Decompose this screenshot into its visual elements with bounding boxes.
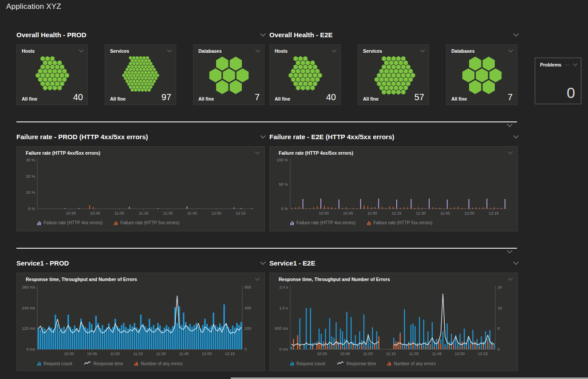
- section-title: Failure rate - E2E (HTTP 4xx/5xx errors): [269, 133, 395, 141]
- health-tile-services-prod[interactable]: Services All fine97: [105, 44, 176, 105]
- chevron-down-icon[interactable]: [507, 121, 513, 127]
- svg-text:11:45: 11:45: [432, 352, 442, 356]
- chevron-down-icon[interactable]: [167, 47, 172, 52]
- problems-tile[interactable]: Problems 0: [535, 58, 581, 104]
- chevron-down-icon[interactable]: [507, 248, 513, 254]
- svg-text:11:45: 11:45: [187, 211, 197, 215]
- legend-item-errors[interactable]: Number of any errors: [134, 361, 182, 366]
- svg-text:120 ms: 120 ms: [22, 326, 35, 331]
- legend-item-request-count[interactable]: Request count: [290, 361, 325, 366]
- chevron-down-icon[interactable]: [513, 133, 519, 139]
- legend-label: Request count: [43, 361, 72, 366]
- honeycomb-chart: [196, 54, 262, 97]
- chevron-down-icon[interactable]: [255, 47, 260, 52]
- health-tile-databases-e2e[interactable]: Databases All fine7: [446, 44, 517, 105]
- svg-text:30 %: 30 %: [26, 158, 35, 162]
- svg-text:11:00: 11:00: [114, 211, 124, 215]
- svg-text:50 %: 50 %: [279, 182, 288, 187]
- line-chart-icon: [84, 361, 91, 366]
- legend-item-response-time[interactable]: Response time: [84, 361, 123, 366]
- svg-text:10:45: 10:45: [343, 211, 353, 215]
- tile-title: Hosts: [275, 48, 288, 54]
- chevron-down-icon[interactable]: [260, 133, 266, 139]
- service-metrics-chart[interactable]: 360 ms240 ms120 ms0 ms600400200010:3010:…: [17, 282, 258, 358]
- failure-rate-chart[interactable]: 30 %20 %10 %0 %10:3010:4511:0011:1511:30…: [17, 156, 258, 218]
- health-tile-databases-prod[interactable]: Databases All fine7: [193, 44, 264, 105]
- honeycomb-chart: [19, 54, 86, 97]
- legend-item-response-time[interactable]: Response time: [337, 361, 376, 366]
- entity-count: 97: [162, 93, 171, 102]
- svg-text:0: 0: [497, 347, 500, 352]
- svg-text:0: 0: [245, 347, 247, 352]
- status-text: All fine: [22, 96, 37, 102]
- tile-title: Services: [363, 48, 382, 54]
- entity-count: 57: [414, 93, 424, 102]
- health-tile-hosts-e2e[interactable]: Hosts All fine40: [269, 44, 341, 105]
- legend-item-4xx[interactable]: Failure rate (HTTP 4xx errors): [290, 220, 355, 225]
- legend-item-request-count[interactable]: Request count: [37, 361, 72, 366]
- chart-title: Failure rate (HTTP 4xx/5xx errors): [279, 150, 353, 156]
- honeycomb-chart: [107, 54, 174, 97]
- chevron-down-icon[interactable]: [260, 31, 266, 37]
- chart-legend: Failure rate (HTTP 4xx errors) Failure r…: [270, 220, 517, 225]
- legend-label: Number of any errors: [394, 361, 435, 366]
- legend-item-errors[interactable]: Number of any errors: [387, 361, 435, 366]
- status-text: All fine: [275, 96, 290, 102]
- svg-text:10:45: 10:45: [87, 352, 97, 356]
- tile-title: Hosts: [22, 48, 35, 54]
- legend-label: Response time: [347, 361, 376, 366]
- chart-title: Response time, Throughput and Number of …: [279, 277, 390, 282]
- svg-text:10 %: 10 %: [26, 190, 35, 195]
- svg-text:360 ms: 360 ms: [22, 285, 35, 289]
- chevron-down-icon[interactable]: [260, 259, 266, 265]
- bar-chart-icon: [37, 221, 41, 225]
- failure-rate-e2e-card: Failure rate (HTTP 4xx/5xx errors) 100 %…: [269, 146, 518, 231]
- section-title: Overall Health - E2E: [269, 31, 333, 39]
- chevron-down-icon[interactable]: [508, 149, 513, 154]
- chevron-down-icon[interactable]: [572, 61, 577, 66]
- tile-title: Services: [110, 48, 129, 54]
- legend-label: Failure rate (HTTP 4xx errors): [296, 220, 355, 225]
- chevron-down-icon[interactable]: [508, 276, 513, 281]
- svg-text:0 ms: 0 ms: [26, 347, 35, 352]
- svg-text:12:00: 12:00: [211, 211, 221, 215]
- chevron-down-icon[interactable]: [255, 149, 260, 154]
- svg-text:20 %: 20 %: [26, 174, 35, 179]
- tile-title: Problems: [540, 62, 561, 67]
- bar-chart-icon: [367, 221, 371, 225]
- svg-text:400: 400: [245, 306, 251, 310]
- svg-text:10:30: 10:30: [317, 352, 327, 356]
- failure-rate-chart[interactable]: 100 %50 %0 %10:3010:4511:0011:1511:3011:…: [270, 156, 511, 218]
- status-text: All fine: [198, 96, 214, 102]
- failure-rate-prod-card: Failure rate (HTTP 4xx/5xx errors) 30 %2…: [16, 146, 265, 231]
- chevron-down-icon[interactable]: [331, 47, 336, 52]
- svg-text:240 ms: 240 ms: [22, 306, 35, 310]
- svg-text:11:15: 11:15: [386, 352, 396, 356]
- svg-text:11:00: 11:00: [367, 211, 377, 215]
- svg-text:11:15: 11:15: [139, 211, 149, 215]
- honeycomb-chart: [272, 54, 339, 97]
- chevron-down-icon[interactable]: [420, 47, 425, 52]
- svg-text:12:00: 12:00: [455, 352, 465, 356]
- status-text: All fine: [451, 96, 467, 102]
- chevron-down-icon[interactable]: [513, 31, 519, 37]
- chevron-down-icon[interactable]: [513, 259, 519, 265]
- chart-legend: Request count Response time Number of an…: [270, 361, 517, 366]
- svg-text:11:15: 11:15: [133, 352, 143, 356]
- chevron-down-icon[interactable]: [508, 47, 513, 52]
- legend-item-5xx[interactable]: Failure rate (HTTP 5xx errors): [367, 220, 432, 225]
- section-header-service-prod: Service1 - PROD: [16, 259, 265, 267]
- bar-chart-icon: [134, 361, 138, 366]
- service-prod-card: Response time, Throughput and Number of …: [16, 273, 265, 371]
- svg-text:11:45: 11:45: [179, 352, 189, 356]
- health-tile-hosts-prod[interactable]: Hosts All fine40: [16, 44, 88, 105]
- legend-item-5xx[interactable]: Failure rate (HTTP 5xx errors): [114, 220, 179, 225]
- health-tile-services-e2e[interactable]: Services All fine57: [358, 44, 429, 105]
- problems-count: 0: [567, 85, 575, 100]
- svg-text:12:15: 12:15: [478, 352, 488, 356]
- svg-text:24: 24: [497, 285, 502, 289]
- legend-item-4xx[interactable]: Failure rate (HTTP 4xx errors): [37, 220, 103, 225]
- chevron-down-icon[interactable]: [79, 47, 83, 52]
- chevron-down-icon[interactable]: [255, 276, 260, 281]
- service-metrics-chart[interactable]: 2.4 s1.6 s800 ms0 ms24168010:3010:4511:0…: [270, 282, 511, 358]
